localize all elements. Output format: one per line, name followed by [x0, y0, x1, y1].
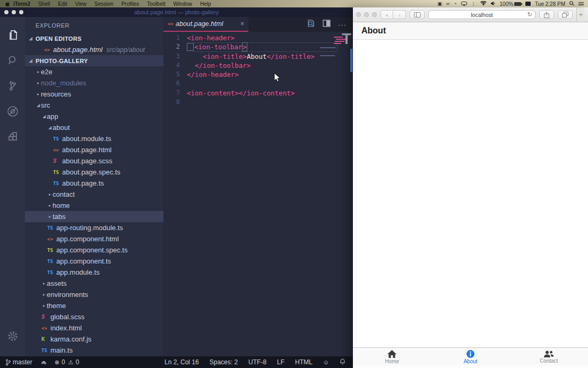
sync-indicator[interactable] [40, 359, 47, 365]
spotlight-icon[interactable] [569, 1, 574, 7]
tab-close-icon[interactable]: × [240, 20, 244, 28]
tab-contact[interactable]: Contact [522, 351, 575, 364]
vscode-title-bar[interactable]: about.page.html — photo-gallery [0, 7, 353, 17]
close-window-button[interactable] [4, 10, 8, 14]
tree-folder-contact[interactable]: ▸contact [25, 189, 163, 200]
keyboard-brightness-icon[interactable]: ⋮ [471, 1, 476, 6]
feedback-smiley-icon[interactable]: ☺ [323, 359, 329, 365]
input-source-flag-icon[interactable] [525, 2, 531, 6]
explorer-icon[interactable] [0, 22, 25, 48]
chevron-collapsed-icon: ▸ [36, 69, 41, 74]
menu-item-edit[interactable]: Edit [58, 1, 67, 7]
open-changes-icon[interactable] [307, 19, 315, 30]
tree-file-app.component.spec.ts[interactable]: TSapp.component.spec.ts [25, 244, 163, 256]
tree-file-about.page.html[interactable]: <>about.page.html [25, 144, 163, 155]
encoding-indicator[interactable]: UTF-8 [248, 358, 266, 366]
tree-file-app.component.ts[interactable]: TSapp.component.ts [25, 256, 163, 267]
sidebar-toggle-icon[interactable] [410, 10, 425, 19]
warnings-indicator[interactable]: ⚠ 0 [68, 358, 80, 366]
minimize-window-button[interactable] [364, 12, 369, 17]
search-icon[interactable] [0, 48, 25, 73]
menu-item-iterm2[interactable]: iTerm2 [13, 1, 30, 7]
tree-folder-environments[interactable]: ▸environments [25, 289, 163, 300]
tree-folder-src[interactable]: ◢src [25, 100, 163, 111]
git-branch-indicator[interactable]: master [5, 358, 32, 366]
settings-gear-icon[interactable] [0, 323, 25, 349]
eol-indicator[interactable]: LF [277, 358, 284, 366]
cursor-position-indicator[interactable]: Ln 2, Col 16 [165, 358, 199, 366]
volume-icon[interactable] [491, 1, 496, 7]
back-button[interactable]: ‹ [381, 10, 393, 19]
split-editor-icon[interactable] [323, 20, 331, 29]
tree-folder-theme[interactable]: ▸theme [25, 300, 163, 311]
notification-center-icon[interactable] [578, 2, 584, 6]
tab-about[interactable]: About [444, 350, 497, 364]
menu-item-view[interactable]: View [75, 1, 87, 7]
tree-file-index.html[interactable]: <>index.html [25, 322, 163, 334]
menu-item-profiles[interactable]: Profiles [122, 1, 139, 7]
tree-folder-assets[interactable]: ▸assets [25, 278, 163, 289]
tree-file-app.module.ts[interactable]: TSapp.module.ts [25, 267, 163, 278]
tree-file-about.module.ts[interactable]: TSabout.module.ts [25, 133, 163, 144]
tree-file-karma.conf.js[interactable]: Kkarma.conf.js [25, 334, 163, 345]
language-mode-indicator[interactable]: HTML [295, 358, 313, 366]
tree-folder-about[interactable]: ◢about [25, 122, 163, 133]
tree-file-about.page.spec.ts[interactable]: TSabout.page.spec.ts [25, 167, 163, 178]
tree-file-about.page.scss[interactable]: Sabout.page.scss [25, 155, 163, 167]
open-editor-item[interactable]: <> about.page.html src/app/about [25, 44, 163, 55]
airplay-icon[interactable] [461, 1, 467, 7]
screen-record-icon[interactable]: ▣ [437, 1, 442, 6]
menu-item-session[interactable]: Session [94, 1, 114, 7]
tree-folder-node_modules[interactable]: ▸node_modules [25, 77, 163, 89]
share-icon[interactable] [539, 10, 554, 19]
safari-toolbar[interactable]: ‹ › localhost ↻ + [353, 7, 588, 22]
address-bar[interactable]: localhost ↻ [428, 10, 535, 19]
menu-item-shell[interactable]: Shell [38, 1, 50, 7]
source-control-icon[interactable] [0, 73, 25, 99]
forward-button[interactable]: › [393, 10, 406, 19]
tab-home[interactable]: Home [366, 350, 419, 364]
menu-item-window[interactable]: Window [173, 1, 192, 7]
battery-indicator[interactable]: 100% [500, 1, 522, 7]
menu-item-toolbelt[interactable]: Toolbelt [147, 1, 165, 7]
zoom-window-button[interactable] [372, 12, 377, 17]
menu-item-help[interactable]: Help [200, 1, 211, 7]
more-actions-icon[interactable]: ··· [338, 21, 347, 29]
vscode-traffic-lights [4, 10, 23, 14]
new-tab-button[interactable]: + [576, 7, 585, 22]
wifi-icon[interactable] [480, 1, 487, 7]
code-line-6[interactable]: 6 [163, 79, 353, 88]
tree-file-global.scss[interactable]: Sglobal.scss [25, 311, 163, 322]
chevron-collapsed-icon: ▸ [36, 81, 41, 85]
debug-icon[interactable] [0, 99, 25, 124]
tree-file-app-routing.module.ts[interactable]: TSapp-routing.module.ts [25, 222, 163, 233]
ion-tab-bar: HomeAboutContact [353, 347, 588, 366]
tree-file-app.component.html[interactable]: <>app.component.html [25, 233, 163, 244]
indentation-indicator[interactable]: Spaces: 2 [210, 358, 238, 366]
code-line-8[interactable]: 8 [163, 98, 353, 107]
project-section-header[interactable]: ◢ PHOTO-GALLERY [25, 55, 163, 66]
errors-indicator[interactable]: ⊗ 0 [55, 358, 65, 366]
tree-folder-e2e[interactable]: ▸e2e [25, 66, 163, 77]
close-window-button[interactable] [356, 12, 361, 17]
tree-folder-app[interactable]: ◢app [25, 111, 163, 122]
minimize-window-button[interactable] [12, 10, 16, 14]
open-editors-section-header[interactable]: ◢ OPEN EDITORS [25, 33, 163, 44]
glasses-icon[interactable]: ∞ [446, 1, 449, 6]
tree-folder-resources[interactable]: ▸resources [25, 89, 163, 100]
menu-bar-clock[interactable]: Tue 2:28 PM [535, 1, 565, 7]
apple-menu-icon[interactable] [5, 1, 10, 7]
tree-file-about.page.ts[interactable]: TSabout.page.ts [25, 178, 163, 189]
tab-about-page-html[interactable]: <> about.page.html × [163, 17, 248, 32]
code-editor[interactable]: 1<ion-header>2<ion-toolbar>3 <ion-title>… [163, 32, 353, 356]
tree-file-main.ts[interactable]: TSmain.ts [25, 345, 163, 356]
tree-folder-tabs[interactable]: ▸tabs [25, 211, 163, 222]
code-line-7[interactable]: 7<ion-content></ion-content> [163, 89, 353, 98]
reload-icon[interactable]: ↻ [528, 11, 532, 18]
notifications-bell-icon[interactable] [340, 358, 345, 366]
tree-folder-home[interactable]: ▸home [25, 200, 163, 211]
clock-app-icon[interactable]: ◔ [454, 1, 456, 6]
extensions-icon[interactable] [0, 124, 25, 150]
tab-overview-icon[interactable] [558, 10, 573, 19]
zoom-window-button[interactable] [19, 10, 23, 14]
